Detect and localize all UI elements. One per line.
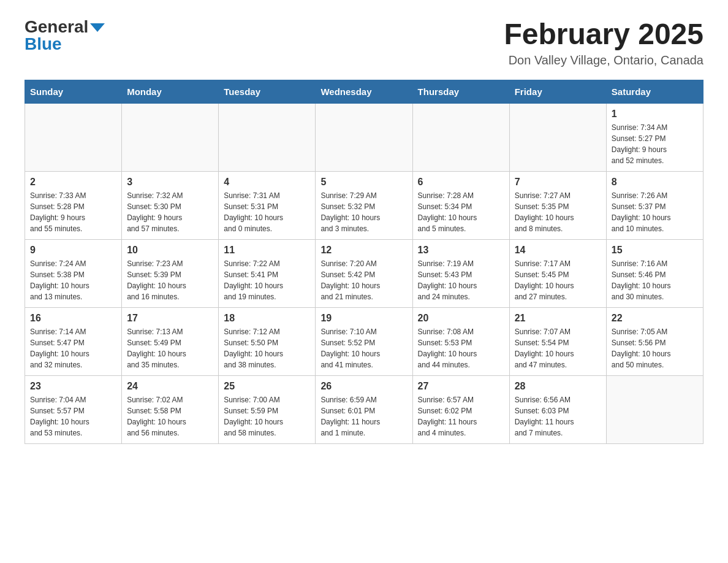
day-info: Sunrise: 6:57 AMSunset: 6:02 PMDaylight:… — [418, 394, 504, 439]
day-cell: 4Sunrise: 7:31 AMSunset: 5:31 PMDaylight… — [219, 171, 316, 239]
day-cell: 12Sunrise: 7:20 AMSunset: 5:42 PMDayligh… — [316, 239, 412, 307]
day-number: 26 — [320, 381, 407, 392]
day-number: 4 — [224, 177, 310, 188]
day-cell: 9Sunrise: 7:24 AMSunset: 5:38 PMDaylight… — [25, 239, 122, 307]
day-info: Sunrise: 7:17 AMSunset: 5:45 PMDaylight:… — [515, 258, 601, 302]
day-number: 21 — [515, 313, 601, 324]
day-cell: 14Sunrise: 7:17 AMSunset: 5:45 PMDayligh… — [509, 239, 606, 307]
day-number: 16 — [30, 313, 116, 324]
day-number: 12 — [320, 245, 407, 256]
day-number: 10 — [127, 245, 213, 256]
day-cell: 22Sunrise: 7:05 AMSunset: 5:56 PMDayligh… — [606, 307, 703, 375]
day-cell: 15Sunrise: 7:16 AMSunset: 5:46 PMDayligh… — [606, 239, 703, 307]
day-info: Sunrise: 7:19 AMSunset: 5:43 PMDaylight:… — [418, 258, 504, 302]
day-info: Sunrise: 7:16 AMSunset: 5:46 PMDaylight:… — [612, 258, 698, 302]
day-header-sunday: Sunday — [25, 80, 122, 103]
week-row-2: 2Sunrise: 7:33 AMSunset: 5:28 PMDaylight… — [25, 171, 703, 239]
page-header: General Blue February 2025 Don Valley Vi… — [25, 18, 703, 67]
day-cell: 24Sunrise: 7:02 AMSunset: 5:58 PMDayligh… — [122, 375, 219, 443]
day-cell: 23Sunrise: 7:04 AMSunset: 5:57 PMDayligh… — [25, 375, 122, 443]
day-cell: 13Sunrise: 7:19 AMSunset: 5:43 PMDayligh… — [412, 239, 509, 307]
logo-blue-text: Blue — [25, 36, 62, 53]
day-info: Sunrise: 7:33 AMSunset: 5:28 PMDaylight:… — [30, 190, 116, 234]
title-block: February 2025 Don Valley Village, Ontari… — [504, 18, 703, 67]
calendar-table: SundayMondayTuesdayWednesdayThursdayFrid… — [25, 80, 703, 444]
day-cell: 27Sunrise: 6:57 AMSunset: 6:02 PMDayligh… — [412, 375, 509, 443]
week-row-5: 23Sunrise: 7:04 AMSunset: 5:57 PMDayligh… — [25, 375, 703, 443]
day-cell — [122, 103, 219, 171]
day-cell: 8Sunrise: 7:26 AMSunset: 5:37 PMDaylight… — [606, 171, 703, 239]
day-number: 22 — [612, 313, 698, 324]
day-number: 23 — [30, 381, 116, 392]
day-header-friday: Friday — [509, 80, 606, 103]
day-number: 9 — [30, 245, 116, 256]
day-info: Sunrise: 7:20 AMSunset: 5:42 PMDaylight:… — [320, 258, 407, 302]
day-info: Sunrise: 7:12 AMSunset: 5:50 PMDaylight:… — [224, 326, 310, 370]
day-number: 17 — [127, 313, 213, 324]
day-cell — [25, 103, 122, 171]
day-number: 5 — [320, 177, 407, 188]
day-cell: 5Sunrise: 7:29 AMSunset: 5:32 PMDaylight… — [316, 171, 412, 239]
day-number: 8 — [612, 177, 698, 188]
day-cell: 11Sunrise: 7:22 AMSunset: 5:41 PMDayligh… — [219, 239, 316, 307]
day-info: Sunrise: 7:07 AMSunset: 5:54 PMDaylight:… — [515, 326, 601, 370]
day-cell: 1Sunrise: 7:34 AMSunset: 5:27 PMDaylight… — [606, 103, 703, 171]
day-info: Sunrise: 7:13 AMSunset: 5:49 PMDaylight:… — [127, 326, 213, 370]
day-info: Sunrise: 6:59 AMSunset: 6:01 PMDaylight:… — [320, 394, 407, 439]
day-headers-row: SundayMondayTuesdayWednesdayThursdayFrid… — [25, 80, 703, 103]
day-header-tuesday: Tuesday — [219, 80, 316, 103]
day-cell: 7Sunrise: 7:27 AMSunset: 5:35 PMDaylight… — [509, 171, 606, 239]
day-info: Sunrise: 7:27 AMSunset: 5:35 PMDaylight:… — [515, 190, 601, 234]
day-cell — [219, 103, 316, 171]
day-info: Sunrise: 7:26 AMSunset: 5:37 PMDaylight:… — [612, 190, 698, 234]
location-text: Don Valley Village, Ontario, Canada — [504, 53, 703, 67]
day-number: 19 — [320, 313, 407, 324]
calendar-title: February 2025 — [504, 18, 703, 51]
day-info: Sunrise: 7:28 AMSunset: 5:34 PMDaylight:… — [418, 190, 504, 234]
day-cell: 17Sunrise: 7:13 AMSunset: 5:49 PMDayligh… — [122, 307, 219, 375]
day-cell: 28Sunrise: 6:56 AMSunset: 6:03 PMDayligh… — [509, 375, 606, 443]
day-cell: 2Sunrise: 7:33 AMSunset: 5:28 PMDaylight… — [25, 171, 122, 239]
day-number: 15 — [612, 245, 698, 256]
day-cell — [412, 103, 509, 171]
day-info: Sunrise: 7:14 AMSunset: 5:47 PMDaylight:… — [30, 326, 116, 370]
day-number: 3 — [127, 177, 213, 188]
day-info: Sunrise: 7:22 AMSunset: 5:41 PMDaylight:… — [224, 258, 310, 302]
day-info: Sunrise: 7:23 AMSunset: 5:39 PMDaylight:… — [127, 258, 213, 302]
day-number: 28 — [515, 381, 601, 392]
day-number: 6 — [418, 177, 504, 188]
day-cell — [606, 375, 703, 443]
day-cell: 21Sunrise: 7:07 AMSunset: 5:54 PMDayligh… — [509, 307, 606, 375]
day-info: Sunrise: 7:02 AMSunset: 5:58 PMDaylight:… — [127, 394, 213, 439]
day-cell: 6Sunrise: 7:28 AMSunset: 5:34 PMDaylight… — [412, 171, 509, 239]
day-number: 18 — [224, 313, 310, 324]
day-info: Sunrise: 7:10 AMSunset: 5:52 PMDaylight:… — [320, 326, 407, 370]
day-header-monday: Monday — [122, 80, 219, 103]
week-row-3: 9Sunrise: 7:24 AMSunset: 5:38 PMDaylight… — [25, 239, 703, 307]
day-number: 24 — [127, 381, 213, 392]
day-cell: 26Sunrise: 6:59 AMSunset: 6:01 PMDayligh… — [316, 375, 412, 443]
logo-general-text: General — [25, 18, 88, 36]
day-cell: 18Sunrise: 7:12 AMSunset: 5:50 PMDayligh… — [219, 307, 316, 375]
day-info: Sunrise: 7:08 AMSunset: 5:53 PMDaylight:… — [418, 326, 504, 370]
day-number: 27 — [418, 381, 504, 392]
day-info: Sunrise: 7:29 AMSunset: 5:32 PMDaylight:… — [320, 190, 407, 234]
day-cell: 3Sunrise: 7:32 AMSunset: 5:30 PMDaylight… — [122, 171, 219, 239]
day-info: Sunrise: 6:56 AMSunset: 6:03 PMDaylight:… — [515, 394, 601, 439]
day-info: Sunrise: 7:04 AMSunset: 5:57 PMDaylight:… — [30, 394, 116, 439]
day-number: 25 — [224, 381, 310, 392]
day-number: 20 — [418, 313, 504, 324]
day-number: 11 — [224, 245, 310, 256]
day-cell: 20Sunrise: 7:08 AMSunset: 5:53 PMDayligh… — [412, 307, 509, 375]
logo: General Blue — [25, 18, 105, 53]
day-header-saturday: Saturday — [606, 80, 703, 103]
day-cell — [509, 103, 606, 171]
day-info: Sunrise: 7:31 AMSunset: 5:31 PMDaylight:… — [224, 190, 310, 234]
day-number: 2 — [30, 177, 116, 188]
day-number: 7 — [515, 177, 601, 188]
day-cell — [316, 103, 412, 171]
day-info: Sunrise: 7:05 AMSunset: 5:56 PMDaylight:… — [612, 326, 698, 370]
day-info: Sunrise: 7:34 AMSunset: 5:27 PMDaylight:… — [612, 122, 698, 166]
day-number: 14 — [515, 245, 601, 256]
day-header-wednesday: Wednesday — [316, 80, 412, 103]
